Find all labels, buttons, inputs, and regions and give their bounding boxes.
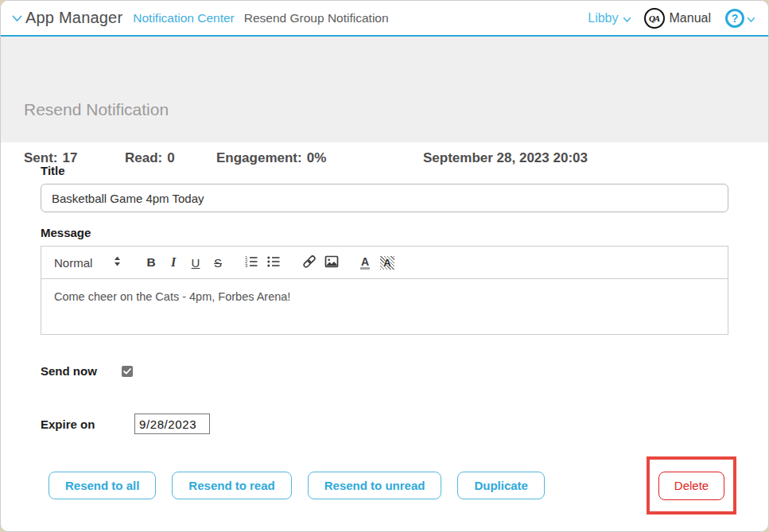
image-icon: [324, 254, 339, 271]
text-color-icon: A: [360, 256, 370, 270]
message-editor-area[interactable]: Come cheer on the Cats - 4pm, Forbes Are…: [41, 279, 728, 335]
expire-date-input[interactable]: [134, 414, 210, 434]
link-icon: [302, 254, 317, 271]
expire-on-label: Expire on: [41, 417, 134, 431]
help-menu[interactable]: ?: [725, 9, 755, 28]
editor-toolbar: Normal B I U S 1: [41, 246, 728, 279]
top-navbar: App Manager Notification Center Resend G…: [1, 1, 768, 37]
send-now-row: Send now: [41, 364, 728, 378]
user-menu[interactable]: Libby: [588, 10, 631, 26]
bold-button[interactable]: B: [140, 252, 162, 273]
stat-read: Read:0: [125, 150, 175, 166]
text-color-button[interactable]: A: [354, 252, 376, 273]
ordered-list-button[interactable]: 1 2 3: [240, 252, 262, 273]
notification-form: Title Message Normal B I U S: [1, 164, 768, 499]
help-chevron-icon: [747, 12, 755, 26]
delete-highlight-box: Delete: [647, 456, 736, 515]
strikethrough-button[interactable]: S: [207, 252, 229, 273]
app-title: App Manager: [25, 9, 122, 27]
message-label: Message: [41, 226, 728, 239]
underline-button[interactable]: U: [184, 252, 207, 273]
notification-summary: Resend Notification Sent:17 Read:0 Engag…: [1, 37, 768, 142]
page-title: Resend Group Notification: [244, 11, 389, 25]
breadcrumb: App Manager Notification Center Resend G…: [12, 9, 389, 27]
sort-arrows-icon: [114, 255, 121, 270]
delete-button[interactable]: Delete: [658, 472, 724, 500]
rich-text-editor: Normal B I U S 1: [41, 246, 728, 335]
title-input[interactable]: [41, 184, 728, 212]
format-picker[interactable]: Normal: [54, 255, 121, 270]
background-color-button[interactable]: A: [376, 252, 398, 273]
manual-label: Manual: [670, 11, 711, 25]
svg-text:3: 3: [245, 263, 248, 268]
nav-notification-center[interactable]: Notification Center: [133, 11, 235, 25]
section-heading: Resend Notification: [24, 100, 169, 119]
bullet-list-button[interactable]: [262, 252, 285, 273]
app-menu-chevron-icon[interactable]: [12, 11, 22, 25]
ordered-list-icon: 1 2 3: [244, 254, 258, 271]
user-name: Libby: [588, 11, 618, 25]
stat-sent: Sent:17: [24, 150, 77, 166]
user-menu-chevron-icon: [623, 12, 631, 26]
stat-timestamp: September 28, 2023 20:03: [423, 150, 588, 166]
send-now-label: Send now: [41, 364, 122, 378]
resend-buttons: Resend to all Resend to read Resend to u…: [49, 472, 728, 499]
send-now-checkbox[interactable]: [122, 366, 133, 377]
link-button[interactable]: [298, 252, 320, 273]
expire-on-row: Expire on: [41, 414, 728, 434]
resend-to-all-button[interactable]: Resend to all: [49, 472, 156, 499]
help-icon: ?: [725, 9, 744, 28]
qa-logo-icon: QA: [644, 8, 665, 29]
header-actions: Libby QA Manual ?: [588, 8, 755, 29]
italic-button[interactable]: I: [162, 252, 184, 273]
action-button-row: Resend to all Resend to read Resend to u…: [41, 472, 728, 499]
app-window: App Manager Notification Center Resend G…: [0, 0, 769, 532]
stat-engagement: Engagement:0%: [216, 150, 326, 166]
bullet-list-icon: [266, 254, 281, 271]
resend-to-read-button[interactable]: Resend to read: [172, 472, 291, 499]
resend-to-unread-button[interactable]: Resend to unread: [308, 472, 442, 499]
image-button[interactable]: [320, 252, 343, 273]
qa-manual-link[interactable]: QA Manual: [644, 8, 711, 29]
checkmark-icon: [123, 368, 131, 375]
duplicate-button[interactable]: Duplicate: [457, 472, 545, 499]
format-picker-label: Normal: [54, 256, 92, 270]
background-color-icon: A: [380, 256, 394, 270]
